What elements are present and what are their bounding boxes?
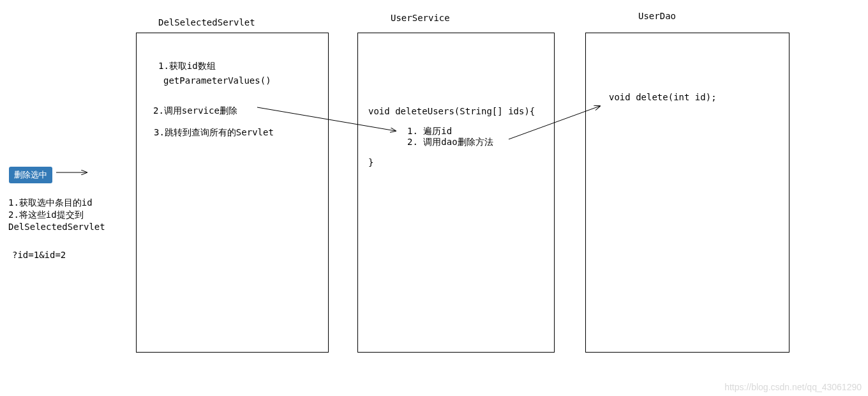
service-step2: 2. 调用dao删除方法 (407, 135, 493, 149)
servlet-title: DelSelectedServlet (158, 17, 255, 27)
service-signature: void deleteUsers(String[] ids){ (368, 104, 535, 118)
service-box (357, 33, 555, 353)
servlet-step3: 3.跳转到查询所有的Servlet (154, 125, 274, 139)
servlet-step2: 2.调用service删除 (153, 103, 237, 118)
servlet-step1: 1.获取id数组 (158, 59, 216, 73)
service-close: } (368, 155, 373, 169)
dao-signature: void delete(int id); (609, 90, 717, 104)
service-title: UserService (391, 13, 450, 23)
side-step1: 1.获取选中条目的id (8, 196, 93, 209)
side-step2: 2.将这些id提交到 (8, 208, 84, 221)
watermark: https://blog.csdn.net/qq_43061290 (724, 382, 862, 392)
side-step3: DelSelectedServlet (8, 220, 105, 233)
side-query: ?id=1&id=2 (12, 248, 66, 261)
delete-selected-button[interactable]: 删除选中 (9, 167, 52, 183)
dao-box (585, 33, 789, 353)
servlet-step1-code: getParameterValues() (163, 73, 271, 88)
dao-title: UserDao (638, 11, 676, 21)
